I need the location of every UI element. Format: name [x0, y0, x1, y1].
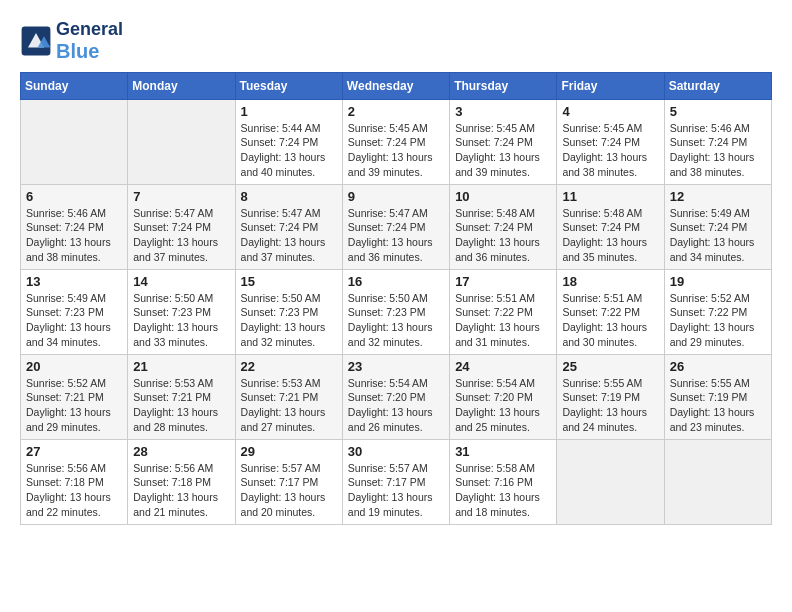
day-number: 29: [241, 444, 337, 459]
calendar-cell: 6Sunrise: 5:46 AM Sunset: 7:24 PM Daylig…: [21, 184, 128, 269]
calendar-cell: 23Sunrise: 5:54 AM Sunset: 7:20 PM Dayli…: [342, 354, 449, 439]
day-info: Sunrise: 5:52 AM Sunset: 7:22 PM Dayligh…: [670, 291, 766, 350]
day-number: 14: [133, 274, 229, 289]
day-info: Sunrise: 5:57 AM Sunset: 7:17 PM Dayligh…: [241, 461, 337, 520]
calendar-cell: 10Sunrise: 5:48 AM Sunset: 7:24 PM Dayli…: [450, 184, 557, 269]
calendar-cell: 21Sunrise: 5:53 AM Sunset: 7:21 PM Dayli…: [128, 354, 235, 439]
calendar-cell: 17Sunrise: 5:51 AM Sunset: 7:22 PM Dayli…: [450, 269, 557, 354]
calendar-cell: 25Sunrise: 5:55 AM Sunset: 7:19 PM Dayli…: [557, 354, 664, 439]
calendar-cell: 8Sunrise: 5:47 AM Sunset: 7:24 PM Daylig…: [235, 184, 342, 269]
day-number: 31: [455, 444, 551, 459]
logo-icon: [20, 25, 52, 57]
weekday-header-friday: Friday: [557, 72, 664, 99]
calendar-cell: 4Sunrise: 5:45 AM Sunset: 7:24 PM Daylig…: [557, 99, 664, 184]
weekday-header-tuesday: Tuesday: [235, 72, 342, 99]
day-number: 1: [241, 104, 337, 119]
day-info: Sunrise: 5:48 AM Sunset: 7:24 PM Dayligh…: [455, 206, 551, 265]
day-number: 12: [670, 189, 766, 204]
logo: General Blue: [20, 20, 123, 62]
day-number: 21: [133, 359, 229, 374]
weekday-header-saturday: Saturday: [664, 72, 771, 99]
day-number: 24: [455, 359, 551, 374]
day-number: 3: [455, 104, 551, 119]
calendar-cell: 31Sunrise: 5:58 AM Sunset: 7:16 PM Dayli…: [450, 439, 557, 524]
day-info: Sunrise: 5:46 AM Sunset: 7:24 PM Dayligh…: [670, 121, 766, 180]
calendar-cell: 13Sunrise: 5:49 AM Sunset: 7:23 PM Dayli…: [21, 269, 128, 354]
day-number: 23: [348, 359, 444, 374]
day-info: Sunrise: 5:45 AM Sunset: 7:24 PM Dayligh…: [348, 121, 444, 180]
day-info: Sunrise: 5:53 AM Sunset: 7:21 PM Dayligh…: [241, 376, 337, 435]
calendar-cell: 29Sunrise: 5:57 AM Sunset: 7:17 PM Dayli…: [235, 439, 342, 524]
day-info: Sunrise: 5:55 AM Sunset: 7:19 PM Dayligh…: [562, 376, 658, 435]
day-number: 28: [133, 444, 229, 459]
day-number: 6: [26, 189, 122, 204]
day-number: 22: [241, 359, 337, 374]
day-info: Sunrise: 5:45 AM Sunset: 7:24 PM Dayligh…: [562, 121, 658, 180]
calendar-week-1: 1Sunrise: 5:44 AM Sunset: 7:24 PM Daylig…: [21, 99, 772, 184]
calendar-week-3: 13Sunrise: 5:49 AM Sunset: 7:23 PM Dayli…: [21, 269, 772, 354]
day-number: 4: [562, 104, 658, 119]
calendar-cell: 26Sunrise: 5:55 AM Sunset: 7:19 PM Dayli…: [664, 354, 771, 439]
day-info: Sunrise: 5:44 AM Sunset: 7:24 PM Dayligh…: [241, 121, 337, 180]
day-info: Sunrise: 5:49 AM Sunset: 7:24 PM Dayligh…: [670, 206, 766, 265]
calendar-cell: 20Sunrise: 5:52 AM Sunset: 7:21 PM Dayli…: [21, 354, 128, 439]
day-number: 30: [348, 444, 444, 459]
day-info: Sunrise: 5:55 AM Sunset: 7:19 PM Dayligh…: [670, 376, 766, 435]
calendar-cell: 30Sunrise: 5:57 AM Sunset: 7:17 PM Dayli…: [342, 439, 449, 524]
calendar-cell: 12Sunrise: 5:49 AM Sunset: 7:24 PM Dayli…: [664, 184, 771, 269]
day-info: Sunrise: 5:47 AM Sunset: 7:24 PM Dayligh…: [241, 206, 337, 265]
day-info: Sunrise: 5:54 AM Sunset: 7:20 PM Dayligh…: [455, 376, 551, 435]
calendar-cell: 18Sunrise: 5:51 AM Sunset: 7:22 PM Dayli…: [557, 269, 664, 354]
day-info: Sunrise: 5:50 AM Sunset: 7:23 PM Dayligh…: [348, 291, 444, 350]
calendar-cell: 19Sunrise: 5:52 AM Sunset: 7:22 PM Dayli…: [664, 269, 771, 354]
logo-text: General Blue: [56, 20, 123, 62]
weekday-header-thursday: Thursday: [450, 72, 557, 99]
day-info: Sunrise: 5:51 AM Sunset: 7:22 PM Dayligh…: [562, 291, 658, 350]
day-info: Sunrise: 5:48 AM Sunset: 7:24 PM Dayligh…: [562, 206, 658, 265]
calendar-table: SundayMondayTuesdayWednesdayThursdayFrid…: [20, 72, 772, 525]
page-header: General Blue: [20, 20, 772, 62]
day-number: 13: [26, 274, 122, 289]
day-number: 25: [562, 359, 658, 374]
day-info: Sunrise: 5:56 AM Sunset: 7:18 PM Dayligh…: [133, 461, 229, 520]
calendar-cell: 5Sunrise: 5:46 AM Sunset: 7:24 PM Daylig…: [664, 99, 771, 184]
day-number: 19: [670, 274, 766, 289]
day-info: Sunrise: 5:56 AM Sunset: 7:18 PM Dayligh…: [26, 461, 122, 520]
calendar-cell: 7Sunrise: 5:47 AM Sunset: 7:24 PM Daylig…: [128, 184, 235, 269]
calendar-cell: 22Sunrise: 5:53 AM Sunset: 7:21 PM Dayli…: [235, 354, 342, 439]
day-number: 20: [26, 359, 122, 374]
calendar-cell: [21, 99, 128, 184]
day-number: 27: [26, 444, 122, 459]
calendar-cell: 24Sunrise: 5:54 AM Sunset: 7:20 PM Dayli…: [450, 354, 557, 439]
day-number: 7: [133, 189, 229, 204]
day-info: Sunrise: 5:54 AM Sunset: 7:20 PM Dayligh…: [348, 376, 444, 435]
day-info: Sunrise: 5:51 AM Sunset: 7:22 PM Dayligh…: [455, 291, 551, 350]
calendar-week-5: 27Sunrise: 5:56 AM Sunset: 7:18 PM Dayli…: [21, 439, 772, 524]
day-number: 15: [241, 274, 337, 289]
calendar-week-4: 20Sunrise: 5:52 AM Sunset: 7:21 PM Dayli…: [21, 354, 772, 439]
day-number: 10: [455, 189, 551, 204]
calendar-cell: 27Sunrise: 5:56 AM Sunset: 7:18 PM Dayli…: [21, 439, 128, 524]
calendar-cell: 14Sunrise: 5:50 AM Sunset: 7:23 PM Dayli…: [128, 269, 235, 354]
day-info: Sunrise: 5:50 AM Sunset: 7:23 PM Dayligh…: [241, 291, 337, 350]
day-info: Sunrise: 5:45 AM Sunset: 7:24 PM Dayligh…: [455, 121, 551, 180]
day-number: 5: [670, 104, 766, 119]
day-info: Sunrise: 5:57 AM Sunset: 7:17 PM Dayligh…: [348, 461, 444, 520]
day-number: 8: [241, 189, 337, 204]
calendar-cell: [557, 439, 664, 524]
calendar-cell: 1Sunrise: 5:44 AM Sunset: 7:24 PM Daylig…: [235, 99, 342, 184]
calendar-cell: 28Sunrise: 5:56 AM Sunset: 7:18 PM Dayli…: [128, 439, 235, 524]
calendar-cell: 11Sunrise: 5:48 AM Sunset: 7:24 PM Dayli…: [557, 184, 664, 269]
day-number: 18: [562, 274, 658, 289]
day-info: Sunrise: 5:50 AM Sunset: 7:23 PM Dayligh…: [133, 291, 229, 350]
calendar-cell: 16Sunrise: 5:50 AM Sunset: 7:23 PM Dayli…: [342, 269, 449, 354]
day-info: Sunrise: 5:47 AM Sunset: 7:24 PM Dayligh…: [133, 206, 229, 265]
day-info: Sunrise: 5:58 AM Sunset: 7:16 PM Dayligh…: [455, 461, 551, 520]
calendar-cell: [128, 99, 235, 184]
calendar-cell: 9Sunrise: 5:47 AM Sunset: 7:24 PM Daylig…: [342, 184, 449, 269]
calendar-cell: 3Sunrise: 5:45 AM Sunset: 7:24 PM Daylig…: [450, 99, 557, 184]
weekday-header-wednesday: Wednesday: [342, 72, 449, 99]
day-number: 16: [348, 274, 444, 289]
day-number: 9: [348, 189, 444, 204]
calendar-cell: [664, 439, 771, 524]
